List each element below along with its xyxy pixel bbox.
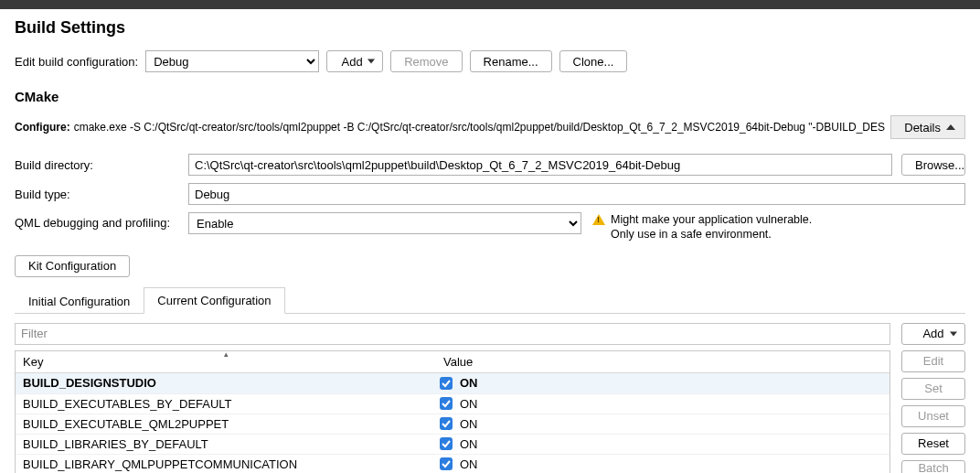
table-row[interactable]: BUILD_EXECUTABLE_QML2PUPPETON <box>16 414 889 434</box>
checkbox-checked-icon[interactable] <box>440 457 453 470</box>
key-column-header[interactable]: ▴ Key <box>16 351 436 372</box>
reset-button[interactable]: Reset <box>901 433 965 455</box>
edit-build-config-label: Edit build configuration: <box>15 55 138 69</box>
details-label: Details <box>904 121 941 134</box>
configure-command: cmake.exe -S C:/QtSrc/qt-creator/src/too… <box>74 121 886 134</box>
variable-key: BUILD_DESIGNSTUDIO <box>16 376 436 390</box>
value-column-header[interactable]: Value <box>436 351 889 372</box>
qml-debug-label: QML debugging and profiling: <box>15 212 188 230</box>
build-config-row: Edit build configuration: Debug Add Remo… <box>15 50 965 72</box>
variable-value-cell: ON <box>436 376 889 390</box>
window-titlebar <box>0 0 980 9</box>
build-type-label: Build type: <box>15 188 188 201</box>
warning-line2: Only use in a safe environment. <box>611 227 812 242</box>
build-type-row: Build type: <box>15 183 965 205</box>
variable-value-cell: ON <box>436 437 889 451</box>
browse-button[interactable]: Browse... <box>901 154 965 176</box>
table-header: ▴ Key Value <box>16 351 889 373</box>
details-toggle-button[interactable]: Details <box>890 115 965 139</box>
configure-label: Configure: <box>15 121 70 134</box>
edit-variable-button[interactable]: Edit <box>901 350 965 372</box>
page-title: Build Settings <box>15 18 965 38</box>
build-directory-label: Build directory: <box>15 158 188 172</box>
variable-key: BUILD_LIBRARY_QMLPUPPETCOMMUNICATION <box>16 457 436 471</box>
variable-value: ON <box>460 417 478 431</box>
variable-value-cell: ON <box>436 457 889 471</box>
variable-key: BUILD_EXECUTABLES_BY_DEFAULT <box>16 397 436 411</box>
variable-value: ON <box>460 437 478 451</box>
variable-value: ON <box>460 376 478 390</box>
page-content: Build Settings Edit build configuration:… <box>0 9 980 473</box>
set-variable-button[interactable]: Set <box>901 378 965 400</box>
table-row[interactable]: BUILD_DESIGNSTUDIOON <box>16 373 889 393</box>
qml-debug-warning: Might make your application vulnerable. … <box>592 212 812 242</box>
tab-initial-configuration[interactable]: Initial Configuration <box>15 288 144 314</box>
qml-debug-select[interactable]: Enable <box>188 212 581 234</box>
configure-summary-row: Configure:cmake.exe -S C:/QtSrc/qt-creat… <box>15 113 965 141</box>
side-buttons: Add Edit Set Unset Reset Batch Edit <box>901 323 965 474</box>
tab-current-configuration[interactable]: Current Configuration <box>144 287 284 314</box>
filter-input[interactable] <box>15 323 890 345</box>
build-type-input[interactable] <box>188 183 965 205</box>
warning-icon <box>592 214 605 225</box>
qml-debug-row: QML debugging and profiling: Enable Migh… <box>15 212 965 242</box>
table-row[interactable]: BUILD_EXECUTABLES_BY_DEFAULTON <box>16 393 889 414</box>
variable-value-cell: ON <box>436 397 889 411</box>
batch-edit-button[interactable]: Batch Edit <box>901 460 965 474</box>
variable-key: BUILD_EXECUTABLE_QML2PUPPET <box>16 417 436 431</box>
configure-command-text: Configure:cmake.exe -S C:/QtSrc/qt-creat… <box>15 121 885 134</box>
add-variable-button[interactable]: Add <box>901 323 965 345</box>
checkbox-checked-icon[interactable] <box>440 377 453 390</box>
config-body: ▴ Key Value BUILD_DESIGNSTUDIOONBUILD_EX… <box>15 323 965 474</box>
sort-ascending-icon: ▴ <box>224 349 229 359</box>
build-directory-row: Build directory: Browse... <box>15 154 965 176</box>
table-row[interactable]: BUILD_LIBRARIES_BY_DEFAULTON <box>16 434 889 454</box>
rename-config-button[interactable]: Rename... <box>470 50 552 72</box>
variable-value-cell: ON <box>436 417 889 431</box>
cmake-variables-table: ▴ Key Value BUILD_DESIGNSTUDIOONBUILD_EX… <box>15 350 890 474</box>
checkbox-checked-icon[interactable] <box>440 417 453 430</box>
warning-line1: Might make your application vulnerable. <box>611 212 812 227</box>
variable-key: BUILD_LIBRARIES_BY_DEFAULT <box>16 437 436 451</box>
config-tabs: Initial Configuration Current Configurat… <box>15 286 965 314</box>
remove-config-button[interactable]: Remove <box>390 50 462 72</box>
variable-value: ON <box>460 457 478 471</box>
table-row[interactable]: BUILD_LIBRARY_QMLPUPPETCOMMUNICATIONON <box>16 454 889 474</box>
build-directory-input[interactable] <box>188 154 892 176</box>
table-body[interactable]: BUILD_DESIGNSTUDIOONBUILD_EXECUTABLES_BY… <box>16 373 889 474</box>
checkbox-checked-icon[interactable] <box>440 397 453 410</box>
cmake-heading: CMake <box>15 89 965 104</box>
kit-configuration-button[interactable]: Kit Configuration <box>15 255 130 277</box>
checkbox-checked-icon[interactable] <box>440 437 453 450</box>
variable-value: ON <box>460 397 478 411</box>
build-config-select[interactable]: Debug <box>145 50 319 72</box>
clone-config-button[interactable]: Clone... <box>559 50 628 72</box>
unset-variable-button[interactable]: Unset <box>901 405 965 427</box>
add-config-button[interactable]: Add <box>326 50 383 72</box>
chevron-up-icon <box>946 124 955 130</box>
